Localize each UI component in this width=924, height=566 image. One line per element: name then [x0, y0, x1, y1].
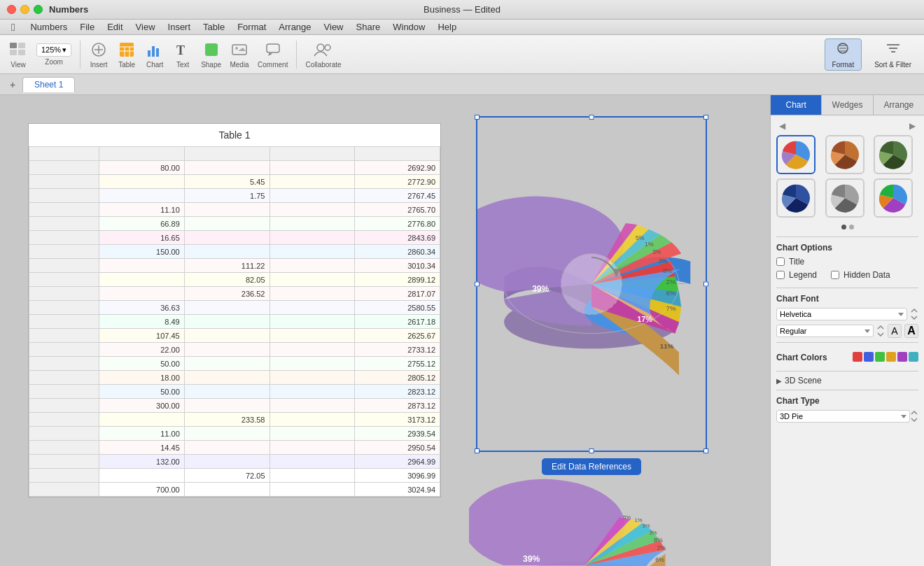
chart-type-select[interactable]: 3D Pie 2D Pie Bar Column Line Area [776, 410, 910, 423]
table-row[interactable]: 16.652843.69 [29, 231, 440, 245]
swatch-1[interactable] [853, 352, 862, 362]
table-row[interactable]: 233.583173.12 [29, 413, 440, 427]
cell-col-c[interactable] [184, 217, 270, 231]
cell-col-d[interactable] [270, 469, 355, 483]
cell-col-b[interactable] [99, 189, 185, 203]
zoom-button[interactable]: 125% ▾ Zoom [34, 43, 74, 66]
menu-numbers[interactable]: Numbers [24, 21, 73, 33]
chart-style-1[interactable] [776, 135, 816, 174]
cell-col-c[interactable]: 1.75 [184, 189, 270, 203]
cell-col-b[interactable] [99, 259, 185, 273]
table-row[interactable]: 107.452625.67 [29, 329, 440, 343]
cell-col-d[interactable] [270, 357, 355, 371]
resize-handle-mr[interactable] [704, 282, 708, 287]
window-controls[interactable] [7, 5, 43, 14]
scroll-right-icon[interactable]: ▶ [909, 121, 916, 131]
title-checkbox[interactable] [776, 257, 785, 266]
cell-col-a[interactable] [29, 441, 99, 455]
table-row[interactable]: 14.452950.54 [29, 441, 440, 455]
menu-format[interactable]: Format [232, 21, 272, 33]
font-family-select[interactable]: Helvetica Arial Times New Roman [776, 308, 907, 320]
table-row[interactable]: 236.522817.07 [29, 287, 440, 301]
cell-col-a[interactable] [29, 189, 99, 203]
view-button[interactable]: View [6, 40, 31, 69]
sheet-tab-1[interactable]: Sheet 1 [22, 77, 75, 92]
table-row[interactable]: 8.492617.18 [29, 315, 440, 329]
swatch-4[interactable] [886, 352, 896, 362]
cell-col-a[interactable] [29, 273, 99, 287]
cell-col-b[interactable]: 700.00 [99, 483, 185, 497]
cell-col-e[interactable]: 3173.12 [355, 413, 440, 427]
cell-col-b[interactable]: 150.00 [99, 245, 185, 259]
chart-style-3[interactable] [874, 135, 913, 174]
resize-handle-tm[interactable] [589, 115, 594, 120]
cell-col-e[interactable]: 2776.80 [355, 217, 440, 231]
cell-col-b[interactable]: 132.00 [99, 455, 185, 469]
shape-button[interactable]: Shape [198, 40, 224, 69]
comment-button[interactable]: Comment [255, 40, 290, 69]
cell-col-c[interactable]: 111.22 [184, 259, 270, 273]
cell-col-d[interactable] [270, 161, 355, 175]
table-row[interactable]: 18.002805.12 [29, 371, 440, 385]
cell-col-d[interactable] [270, 217, 355, 231]
cell-col-b[interactable] [99, 469, 185, 483]
cell-col-d[interactable] [270, 371, 355, 385]
table-row[interactable]: 132.002964.99 [29, 455, 440, 469]
cell-col-e[interactable]: 3024.94 [355, 483, 440, 497]
chart-style-5[interactable] [825, 178, 864, 218]
resize-handle-tr[interactable] [704, 115, 708, 120]
cell-col-b[interactable]: 107.45 [99, 329, 185, 343]
cell-col-e[interactable]: 2950.54 [355, 441, 440, 455]
cell-col-b[interactable]: 36.63 [99, 301, 185, 315]
cell-col-e[interactable]: 2772.90 [355, 175, 440, 189]
cell-col-c[interactable] [184, 301, 270, 315]
cell-col-a[interactable] [29, 399, 99, 413]
swatch-5[interactable] [897, 352, 907, 362]
cell-col-d[interactable] [270, 399, 355, 413]
cell-col-d[interactable] [270, 175, 355, 189]
table-row[interactable]: 5.452772.90 [29, 175, 440, 189]
resize-handle-bm[interactable] [589, 448, 594, 453]
cell-col-d[interactable] [270, 203, 355, 217]
cell-col-a[interactable] [29, 287, 99, 301]
chart-style-2[interactable] [825, 135, 864, 174]
cell-col-a[interactable] [29, 343, 99, 357]
cell-col-c[interactable] [184, 441, 270, 455]
table-row[interactable]: 50.002823.12 [29, 385, 440, 399]
cell-col-e[interactable]: 2617.18 [355, 315, 440, 329]
cell-col-e[interactable]: 2755.12 [355, 357, 440, 371]
cell-col-c[interactable] [184, 245, 270, 259]
col-header-d[interactable] [270, 147, 355, 161]
table-row[interactable]: 300.002873.12 [29, 399, 440, 413]
menu-share[interactable]: Share [351, 21, 386, 33]
font-size-decrease[interactable]: A [888, 324, 902, 338]
cell-col-e[interactable]: 2899.12 [355, 273, 440, 287]
menu-edit[interactable]: Edit [102, 21, 128, 33]
menu-help[interactable]: Help [432, 21, 462, 33]
cell-col-e[interactable]: 2964.99 [355, 455, 440, 469]
menu-view2[interactable]: View [318, 21, 349, 33]
cell-col-c[interactable] [184, 329, 270, 343]
cell-col-c[interactable] [184, 455, 270, 469]
scroll-left-icon[interactable]: ◀ [779, 121, 785, 131]
cell-col-b[interactable] [99, 413, 185, 427]
cell-col-c[interactable] [184, 371, 270, 385]
cell-col-e[interactable]: 2733.12 [355, 343, 440, 357]
cell-col-a[interactable] [29, 315, 99, 329]
cell-col-b[interactable]: 14.45 [99, 441, 185, 455]
cell-col-b[interactable]: 8.49 [99, 315, 185, 329]
table-row[interactable]: 80.002692.90 [29, 161, 440, 175]
col-header-e[interactable] [355, 147, 440, 161]
col-header-a[interactable] [29, 147, 99, 161]
tab-chart[interactable]: Chart [771, 95, 822, 115]
collaborate-button[interactable]: Collaborate [302, 40, 344, 69]
cell-col-e[interactable]: 2767.45 [355, 189, 440, 203]
table-row[interactable]: 1.752767.45 [29, 189, 440, 203]
cell-col-e[interactable]: 2765.70 [355, 203, 440, 217]
cell-col-c[interactable]: 82.05 [184, 273, 270, 287]
cell-col-e[interactable]: 2692.90 [355, 161, 440, 175]
cell-col-d[interactable] [270, 329, 355, 343]
cell-col-d[interactable] [270, 427, 355, 441]
cell-col-a[interactable] [29, 357, 99, 371]
legend-checkbox[interactable] [776, 271, 785, 279]
